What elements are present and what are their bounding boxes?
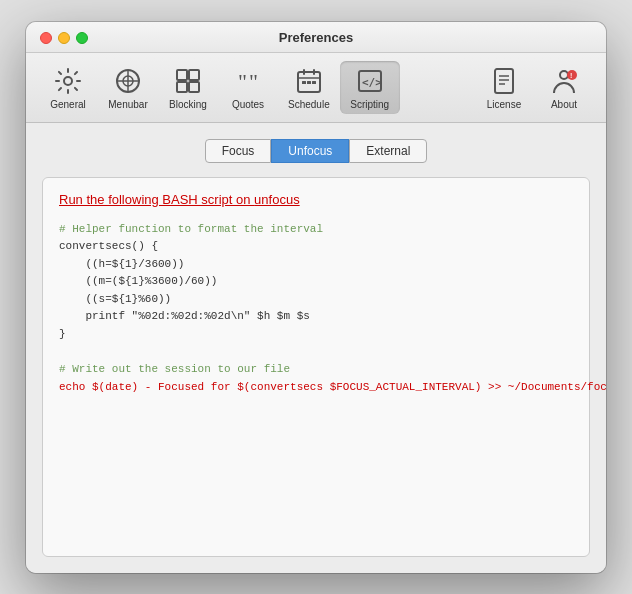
toolbar-label-license: License: [487, 99, 521, 110]
code-line-7: }: [59, 326, 573, 344]
svg-rect-5: [177, 70, 187, 80]
toolbar-label-scripting: Scripting: [350, 99, 389, 110]
code-line-10: echo $(date) - Focused for $(convertsecs…: [59, 379, 573, 397]
code-line-1: # Helper function to format the interval: [59, 221, 573, 239]
toolbar-label-quotes: Quotes: [232, 99, 264, 110]
code-line-6: printf "%02d:%02d:%02d\n" $h $m $s: [59, 308, 573, 326]
about-icon: !: [548, 65, 580, 97]
gear-icon: [52, 65, 84, 97]
svg-rect-17: [312, 81, 316, 84]
close-button[interactable]: [40, 32, 52, 44]
toolbar-label-menubar: Menubar: [108, 99, 147, 110]
window-title: Preferences: [279, 30, 353, 45]
toolbar-item-about[interactable]: ! About: [534, 61, 594, 114]
svg-rect-8: [189, 82, 199, 92]
svg-point-24: [560, 71, 568, 79]
svg-text:!: !: [570, 72, 572, 79]
svg-text:": ": [249, 69, 258, 94]
code-line-4: ((m=(${1}%3600)/60)): [59, 273, 573, 291]
tab-focus[interactable]: Focus: [205, 139, 272, 163]
tab-row: Focus Unfocus External: [42, 139, 590, 163]
toolbar-item-menubar[interactable]: Menubar: [98, 61, 158, 114]
preferences-window: Preferences General Menubar: [26, 22, 606, 573]
minimize-button[interactable]: [58, 32, 70, 44]
svg-text:": ": [238, 69, 247, 94]
quotes-icon: " ": [232, 65, 264, 97]
code-line-5: ((s=${1}%60)): [59, 291, 573, 309]
description-highlight: unfocus: [254, 192, 300, 207]
menubar-icon: [112, 65, 144, 97]
description-prefix: Run the following BASH script on: [59, 192, 254, 207]
code-block: # Helper function to format the interval…: [59, 221, 573, 397]
toolbar-label-schedule: Schedule: [288, 99, 330, 110]
toolbar-item-blocking[interactable]: Blocking: [158, 61, 218, 114]
license-icon: [488, 65, 520, 97]
toolbar-item-quotes[interactable]: " " Quotes: [218, 61, 278, 114]
blocking-icon: [172, 65, 204, 97]
code-line-9: # Write out the session to our file: [59, 361, 573, 379]
maximize-button[interactable]: [76, 32, 88, 44]
titlebar: Preferences: [26, 22, 606, 53]
script-panel: Run the following BASH script on unfocus…: [42, 177, 590, 557]
svg-rect-15: [302, 81, 306, 84]
svg-rect-20: [495, 69, 513, 93]
content-area: Focus Unfocus External Run the following…: [26, 123, 606, 573]
svg-rect-7: [177, 82, 187, 92]
code-line-2: convertsecs() {: [59, 238, 573, 256]
toolbar: General Menubar: [26, 53, 606, 123]
code-line-3: ((h=${1}/3600)): [59, 256, 573, 274]
tab-unfocus[interactable]: Unfocus: [271, 139, 349, 163]
schedule-icon: [293, 65, 325, 97]
toolbar-label-general: General: [50, 99, 86, 110]
svg-text:</>: </>: [362, 76, 382, 89]
toolbar-item-general[interactable]: General: [38, 61, 98, 114]
toolbar-label-blocking: Blocking: [169, 99, 207, 110]
scripting-icon: </>: [354, 65, 386, 97]
toolbar-item-schedule[interactable]: Schedule: [278, 61, 340, 114]
svg-point-0: [64, 77, 72, 85]
toolbar-label-about: About: [551, 99, 577, 110]
tab-external[interactable]: External: [349, 139, 427, 163]
traffic-lights: [40, 32, 88, 44]
toolbar-item-scripting[interactable]: </> Scripting: [340, 61, 400, 114]
svg-rect-16: [307, 81, 311, 84]
toolbar-item-license[interactable]: License: [474, 61, 534, 114]
code-line-8: [59, 344, 573, 362]
svg-rect-6: [189, 70, 199, 80]
script-description: Run the following BASH script on unfocus: [59, 192, 573, 207]
